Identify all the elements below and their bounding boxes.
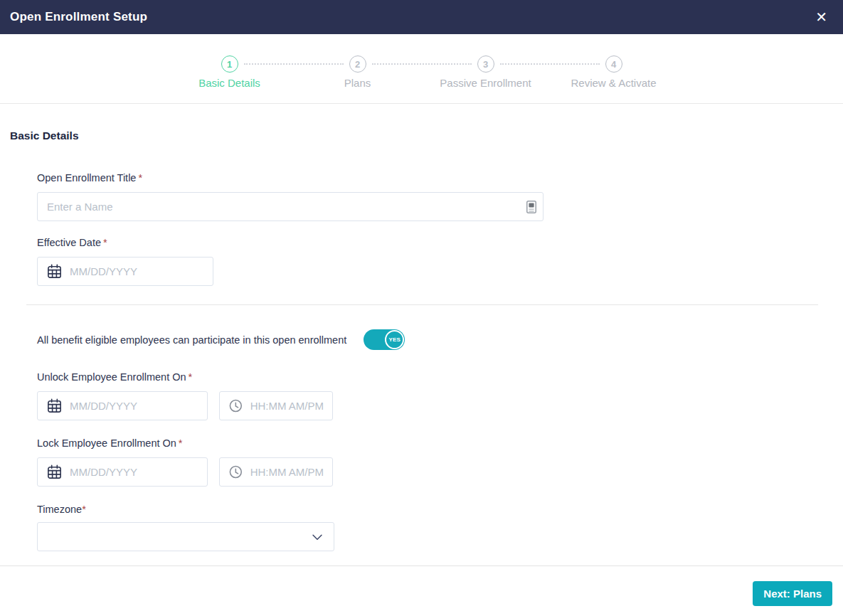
- required-asterisk: *: [189, 371, 193, 383]
- unlock-enrollment-row: MM/DD/YYYY HH:MM AM/PM: [37, 391, 843, 420]
- open-enrollment-setup-modal: Open Enrollment Setup ✕ 1 Basic Details …: [0, 0, 843, 616]
- lock-enrollment-label: Lock Employee Enrollment On*: [37, 437, 843, 449]
- effective-date-input[interactable]: MM/DD/YYYY: [37, 257, 213, 286]
- timezone-label: Timezone*: [37, 504, 843, 515]
- title-field-label: Open Enrollment Title*: [37, 172, 843, 184]
- step-passive-enrollment[interactable]: 3 Passive Enrollment: [433, 55, 539, 89]
- step-2-circle: 2: [349, 55, 366, 73]
- participation-toggle-label: All benefit eligible employees can parti…: [37, 334, 346, 346]
- calendar-icon: [46, 464, 63, 480]
- clock-icon: [228, 398, 243, 413]
- wizard-stepper: 1 Basic Details 2 Plans 3 Passive Enroll…: [176, 55, 667, 89]
- timezone-label-text: Timezone: [37, 504, 82, 515]
- effective-date-placeholder: MM/DD/YYYY: [70, 265, 137, 277]
- required-asterisk: *: [138, 172, 142, 184]
- close-icon[interactable]: ✕: [811, 7, 832, 27]
- step-basic-details[interactable]: 1 Basic Details: [176, 55, 283, 89]
- lock-enrollment-row: MM/DD/YYYY HH:MM AM/PM: [37, 457, 843, 487]
- step-2-label: Plans: [344, 77, 371, 89]
- lock-time-input[interactable]: HH:MM AM/PM: [219, 457, 333, 487]
- unlock-enrollment-label-text: Unlock Employee Enrollment On: [37, 371, 186, 383]
- unlock-time-input[interactable]: HH:MM AM/PM: [219, 391, 333, 420]
- modal-body: Basic Details Open Enrollment Title* Eff…: [0, 104, 843, 565]
- participation-toggle[interactable]: YES: [364, 329, 405, 350]
- step-4-circle: 4: [605, 55, 622, 73]
- effective-date-label-text: Effective Date: [37, 237, 101, 248]
- lock-date-input[interactable]: MM/DD/YYYY: [37, 457, 208, 487]
- calendar-icon: [46, 263, 63, 280]
- modal-header: Open Enrollment Setup ✕: [0, 0, 843, 34]
- participation-toggle-row: All benefit eligible employees can parti…: [37, 329, 843, 350]
- step-1-label: Basic Details: [198, 77, 260, 89]
- unlock-date-placeholder: MM/DD/YYYY: [70, 400, 137, 412]
- title-field-label-text: Open Enrollment Title: [37, 172, 136, 184]
- modal-title: Open Enrollment Setup: [10, 10, 147, 24]
- timezone-select[interactable]: [37, 522, 334, 551]
- next-plans-button[interactable]: Next: Plans: [753, 581, 832, 606]
- step-1-circle: 1: [221, 55, 238, 73]
- unlock-enrollment-label: Unlock Employee Enrollment On*: [37, 371, 843, 383]
- autofill-extension-icon: [526, 201, 536, 213]
- required-asterisk: *: [179, 437, 183, 449]
- lock-date-placeholder: MM/DD/YYYY: [70, 466, 137, 478]
- step-review-activate[interactable]: 4 Review & Activate: [561, 55, 667, 89]
- basic-details-form: Open Enrollment Title* Effective Date*: [37, 172, 843, 551]
- enrollment-title-input[interactable]: [37, 192, 544, 221]
- unlock-time-placeholder: HH:MM AM/PM: [250, 400, 324, 412]
- unlock-date-input[interactable]: MM/DD/YYYY: [37, 391, 208, 420]
- required-asterisk: *: [103, 237, 107, 248]
- step-3-label: Passive Enrollment: [440, 77, 531, 89]
- chevron-down-icon: [309, 529, 325, 545]
- effective-date-label: Effective Date*: [37, 237, 843, 248]
- calendar-icon: [46, 398, 63, 414]
- step-3-circle: 3: [477, 55, 494, 73]
- step-plans[interactable]: 2 Plans: [304, 55, 411, 89]
- toggle-knob: YES: [385, 330, 404, 349]
- stepper-section: 1 Basic Details 2 Plans 3 Passive Enroll…: [0, 34, 843, 104]
- modal-footer: Next: Plans: [0, 565, 843, 616]
- section-title: Basic Details: [10, 129, 843, 142]
- clock-icon: [228, 464, 243, 479]
- lock-enrollment-label-text: Lock Employee Enrollment On: [37, 437, 176, 449]
- lock-time-placeholder: HH:MM AM/PM: [250, 466, 324, 478]
- title-input-wrap: [37, 192, 544, 221]
- step-4-label: Review & Activate: [571, 77, 656, 89]
- required-asterisk: *: [82, 504, 86, 515]
- section-divider: [26, 304, 818, 305]
